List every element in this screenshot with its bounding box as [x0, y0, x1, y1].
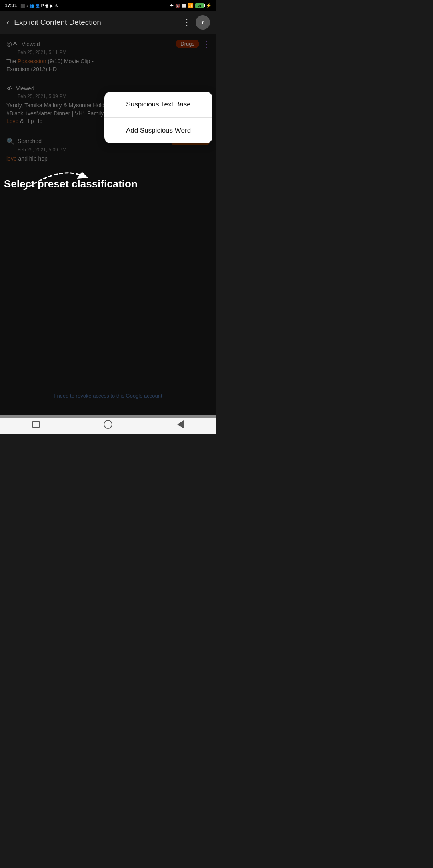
wifi-icon: 📶 — [188, 3, 194, 8]
popup-menu: Suspicious Text Base Add Suspicious Word — [104, 92, 212, 143]
app-bar: ‹ Explicit Content Detection ⋮ i — [0, 11, 216, 34]
popup-item-suspicious-text-base[interactable]: Suspicious Text Base — [104, 92, 212, 118]
info-button[interactable]: i — [196, 15, 210, 30]
status-bar: 17:11 ⬛ ↓ 👥 👤 P 🗑 ▶ ⚠ ✦ 🔇 ⬜ 📶 85 ⚡ — [0, 0, 216, 11]
nav-square-icon — [32, 421, 40, 428]
status-right: ✦ 🔇 ⬜ 📶 85 ⚡ — [170, 3, 212, 8]
nav-recent-button[interactable] — [30, 418, 42, 430]
nav-back-button[interactable] — [174, 418, 186, 430]
status-time: 17:11 — [5, 3, 17, 8]
mute-icon: 🔇 — [175, 4, 180, 8]
nav-circle-icon — [104, 420, 112, 429]
nav-home-button[interactable] — [102, 418, 114, 430]
battery-icon: 85 — [195, 3, 204, 8]
nav-back-icon — [177, 420, 184, 428]
status-left: 17:11 ⬛ ↓ 👥 👤 P 🗑 ▶ ⚠ — [5, 3, 58, 8]
content-area: 👁 Viewed Drugs ⋮ Feb 25, 2021, 5:11 PM T… — [0, 34, 216, 418]
page-title: Explicit Content Detection — [14, 18, 178, 27]
popup-item-add-suspicious-word[interactable]: Add Suspicious Word — [104, 118, 212, 143]
overlay[interactable] — [0, 34, 216, 418]
bluetooth-icon: ✦ — [170, 3, 174, 8]
status-icons: ⬛ ↓ 👥 👤 P 🗑 ▶ ⚠ — [20, 4, 58, 8]
more-options-button[interactable]: ⋮ — [182, 17, 191, 28]
sim-icon: ⬜ — [182, 4, 186, 8]
charging-icon: ⚡ — [206, 3, 212, 8]
back-button[interactable]: ‹ — [6, 17, 9, 28]
